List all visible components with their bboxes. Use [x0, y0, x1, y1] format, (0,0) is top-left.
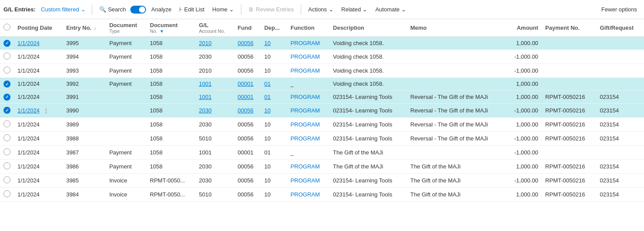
gl-account-link[interactable]: 2030: [199, 107, 212, 114]
cell-doc-no: 1058: [146, 159, 195, 173]
fund-link[interactable]: 00001: [238, 80, 254, 87]
cell-amount: -1,000.00: [505, 63, 542, 77]
cell-memo: [407, 49, 506, 63]
related-button[interactable]: Related ⌄: [338, 4, 371, 14]
table-row: 1/1/20243991105810010000101PROGRAM023154…: [0, 91, 644, 104]
automate-button[interactable]: Automate ⌄: [372, 4, 410, 14]
cell-posting-date: 1/1/2024: [14, 37, 63, 50]
cell-description: Voiding check 1058.: [330, 37, 407, 50]
cell-gl-account: 5010: [195, 131, 234, 145]
home-button[interactable]: Home ⌄: [209, 4, 238, 14]
cell-payment-no: RPMT-0050216: [542, 131, 596, 145]
cell-posting-date: 1/1/2024: [14, 63, 63, 77]
review-entries-button[interactable]: 🗎 Review Entries: [245, 4, 297, 14]
cell-memo: The Gift of the MAJi: [407, 159, 506, 173]
row-checkbox[interactable]: [3, 134, 10, 141]
cell-dep: 01: [261, 145, 287, 159]
edit-list-icon: ⊦: [179, 6, 182, 13]
gl-account-link[interactable]: 1001: [199, 80, 212, 87]
fund-link[interactable]: 00056: [238, 107, 254, 114]
dep-link[interactable]: 01: [264, 94, 270, 100]
fund-link[interactable]: 00001: [238, 94, 254, 100]
cell-fund: 00056: [234, 187, 261, 201]
dep-link[interactable]: 10: [264, 107, 270, 114]
cell-fund: 00056: [234, 49, 261, 63]
posting-date-value[interactable]: 1/1/2024: [17, 107, 40, 114]
row-checkbox-checked[interactable]: [3, 80, 10, 88]
cell-function: PROGRAM: [287, 37, 329, 50]
analyze-toggle[interactable]: [130, 6, 146, 14]
cell-description: 023154- Learning Tools: [330, 91, 407, 104]
chevron-down-icon-related: ⌄: [362, 6, 367, 13]
chevron-down-icon-actions: ⌄: [329, 6, 334, 13]
table-row: 1/1/20243984InvoiceRPMT-0050...501000056…: [0, 187, 644, 201]
cell-amount: 1,000.00: [505, 37, 542, 50]
posting-date-value: 1/1/2024: [17, 191, 40, 198]
cell-dep: 10: [261, 49, 287, 63]
row-checkbox[interactable]: [3, 190, 10, 197]
dep-link[interactable]: 10: [264, 40, 270, 46]
cell-entry-no: 3994: [63, 49, 106, 63]
cell-gift-request: 023154: [596, 187, 644, 201]
chevron-down-icon-automate: ⌄: [401, 6, 406, 13]
cell-doc-no: 1058: [146, 145, 195, 159]
cell-function: PROGRAM: [287, 49, 329, 63]
cell-payment-no: RPMT-0050216: [542, 159, 596, 173]
cell-amount: -1,000.00: [505, 49, 542, 63]
row-checkbox-checked[interactable]: [3, 107, 10, 114]
fund-link[interactable]: 00056: [238, 40, 254, 46]
cell-gift-request: [596, 37, 644, 50]
cell-description: 023154- Learning Tools: [330, 131, 407, 145]
home-section: Home ⌄: [209, 4, 238, 14]
header-function: Function: [287, 19, 329, 37]
fewer-options-section: Fewer options: [598, 4, 641, 14]
cell-fund: 00056: [234, 117, 261, 131]
cell-amount: -1,000.00: [505, 103, 542, 117]
actions-button[interactable]: Actions ⌄: [305, 4, 337, 14]
table-row: 1/1/20243986Payment105820300005610PROGRA…: [0, 159, 644, 173]
row-checkbox-checked[interactable]: [3, 40, 10, 47]
function-program: PROGRAM: [290, 163, 320, 170]
cell-posting-date: 1/1/2024: [14, 91, 63, 104]
cell-function: PROGRAM: [287, 187, 329, 201]
row-checkbox[interactable]: [3, 148, 10, 155]
cell-posting-date: 1/1/2024: [14, 49, 63, 63]
cell-payment-no: [542, 63, 596, 77]
edit-list-button[interactable]: ⊦ Edit List: [176, 4, 208, 14]
row-context-menu[interactable]: ⋮: [42, 106, 51, 115]
posting-date-value: 1/1/2024: [17, 94, 40, 100]
cell-function: PROGRAM: [287, 173, 329, 187]
header-dep: Dep...: [261, 19, 287, 37]
fewer-options-button[interactable]: Fewer options: [598, 4, 641, 14]
cell-function: PROGRAM: [287, 63, 329, 77]
gl-account-link[interactable]: 1001: [199, 94, 212, 100]
row-checkbox[interactable]: [3, 66, 10, 74]
posting-date-value[interactable]: 1/1/2024: [17, 40, 40, 46]
posting-date-value: 1/1/2024: [17, 67, 40, 74]
cell-doc-type: [106, 117, 146, 131]
cell-description: Voiding check 1058.: [330, 77, 407, 91]
row-checkbox[interactable]: [3, 120, 10, 127]
cell-gl-account: 2030: [195, 159, 234, 173]
analyze-button[interactable]: Analyze: [148, 4, 175, 14]
row-checkbox-checked[interactable]: [3, 94, 10, 101]
row-checkbox[interactable]: [3, 176, 10, 183]
row-checkbox[interactable]: [3, 162, 10, 169]
cell-doc-no: 1058: [146, 91, 195, 104]
search-button[interactable]: 🔍 Search: [96, 4, 129, 14]
cell-payment-no: [542, 37, 596, 50]
custom-filter-button[interactable]: Custom filtered ⌄: [38, 4, 88, 14]
cell-description: The Gift of the MAJi: [330, 159, 407, 173]
row-checkbox[interactable]: [3, 52, 10, 60]
cell-memo: The Gift of the MAJi: [407, 187, 506, 201]
header-checkbox[interactable]: [3, 24, 10, 31]
cell-doc-no: RPMT-0050...: [146, 187, 195, 201]
cell-fund: 00001: [234, 145, 261, 159]
table-header: Posting Date Entry No. ↓ DocumentType Do…: [0, 19, 644, 37]
cell-fund: 00001: [234, 77, 261, 91]
cell-doc-no: 1058: [146, 37, 195, 50]
gl-account-link[interactable]: 2010: [199, 40, 212, 46]
review-entries-label: Review Entries: [256, 6, 294, 13]
cell-gift-request: 023154: [596, 117, 644, 131]
dep-link[interactable]: 01: [264, 80, 270, 87]
